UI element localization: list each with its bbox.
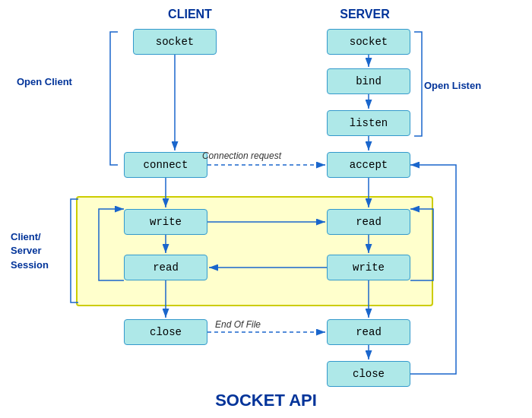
server-close-box: close <box>327 361 410 387</box>
end-of-file-label: End Of File <box>196 319 280 331</box>
server-read2-box: read <box>327 319 410 345</box>
server-socket-box: socket <box>327 29 410 55</box>
server-accept-box: accept <box>327 152 410 178</box>
connection-request-label: Connection request <box>196 150 287 163</box>
page-title: SOCKET API <box>0 391 532 410</box>
server-read-box: read <box>327 209 410 235</box>
session-label: Client/ Server Session <box>11 217 79 272</box>
client-socket-box: socket <box>133 29 217 55</box>
client-read-box: read <box>124 255 207 280</box>
client-write-box: write <box>124 209 207 235</box>
open-listen-label: Open Listen <box>424 80 481 91</box>
open-client-label: Open Client <box>17 76 72 87</box>
client-close-box: close <box>124 319 207 345</box>
server-bind-box: bind <box>327 68 410 94</box>
server-header: SERVER <box>327 8 403 21</box>
client-connect-box: connect <box>124 152 207 178</box>
diagram-container: CLIENT SERVER socket connect write read … <box>0 0 532 418</box>
server-write-box: write <box>327 255 410 280</box>
client-header: CLIENT <box>152 8 228 21</box>
server-listen-box: listen <box>327 110 410 136</box>
